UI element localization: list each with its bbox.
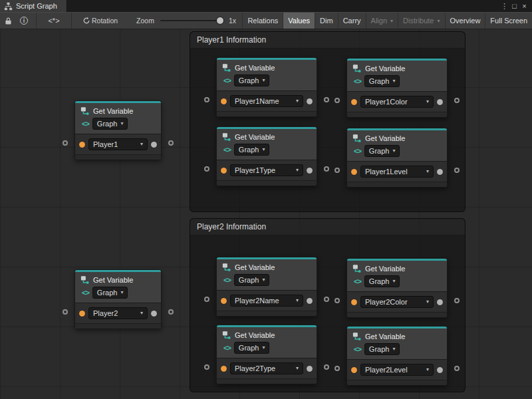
get-variable-node-player2name[interactable]: Get Variable<>Graph▾Player2Name▾ xyxy=(216,257,317,317)
variable-input-port[interactable] xyxy=(221,366,227,372)
toolbar-button-full-screen[interactable]: Full Screen xyxy=(485,13,532,29)
variable-name-dropdown[interactable]: Player2Color▾ xyxy=(360,296,434,308)
outer-output-port[interactable] xyxy=(454,298,460,303)
variable-input-port[interactable] xyxy=(221,98,227,104)
outer-input-port[interactable] xyxy=(204,364,209,370)
node-port-row: Player1Level▾ xyxy=(347,161,447,182)
outer-input-port[interactable] xyxy=(334,298,340,303)
window-menu-icon[interactable]: ⋮ xyxy=(499,0,509,12)
scope-dropdown[interactable]: Graph▾ xyxy=(234,144,270,156)
dropdown-caret-icon: ▾ xyxy=(438,18,440,24)
get-variable-node-player2color[interactable]: Get Variable<>Graph▾Player2Color▾ xyxy=(346,258,448,318)
zoom-slider[interactable] xyxy=(160,16,224,25)
scope-dropdown[interactable]: Graph▾ xyxy=(364,343,400,355)
toolbar-button-overview[interactable]: Overview xyxy=(445,13,485,29)
value-output-port[interactable] xyxy=(307,298,313,304)
outer-output-port[interactable] xyxy=(454,168,460,173)
toolbar-button-dim[interactable]: Dim xyxy=(315,13,338,29)
get-variable-node-player2type[interactable]: Get Variable<>Graph▾Player2Type▾ xyxy=(216,325,317,384)
scope-dropdown[interactable]: Graph▾ xyxy=(364,275,400,287)
info-glyph: i xyxy=(20,17,28,25)
node-title: Get Variable xyxy=(365,265,405,273)
info-icon[interactable]: i xyxy=(16,13,32,29)
outer-input-port[interactable] xyxy=(204,166,209,172)
value-output-port[interactable] xyxy=(437,169,443,175)
scope-dropdown[interactable]: Graph▾ xyxy=(364,75,400,87)
rotation-icon xyxy=(81,13,92,29)
outer-input-port[interactable] xyxy=(334,168,340,173)
value-output-port[interactable] xyxy=(307,366,313,372)
variable-name-dropdown[interactable]: Player1Color▾ xyxy=(360,96,434,108)
outer-input-port[interactable] xyxy=(204,297,209,302)
graph-code-icon: <> xyxy=(223,146,231,154)
get-variable-node-player1color[interactable]: Get Variable<>Graph▾Player1Color▾ xyxy=(346,58,448,118)
variable-name-label: Player1 xyxy=(93,140,118,149)
outer-input-port[interactable] xyxy=(204,97,209,102)
value-output-port[interactable] xyxy=(151,311,157,317)
variable-name-label: Player2Name xyxy=(235,296,279,305)
scope-dropdown[interactable]: Graph▾ xyxy=(234,274,270,286)
outer-output-port[interactable] xyxy=(324,97,329,102)
variable-name-dropdown[interactable]: Player2Level▾ xyxy=(360,364,434,376)
variable-input-port[interactable] xyxy=(79,311,85,317)
get-variable-node-player1level[interactable]: Get Variable<>Graph▾Player1Level▾ xyxy=(346,128,448,188)
caret-icon: ▾ xyxy=(296,166,299,175)
toolbar-button-carry[interactable]: Carry xyxy=(338,13,366,29)
outer-output-port[interactable] xyxy=(454,98,460,103)
maximize-icon[interactable]: □ xyxy=(509,0,519,12)
variable-input-port[interactable] xyxy=(79,142,85,148)
get-variable-node-player1type[interactable]: Get Variable<>Graph▾Player1Type▾ xyxy=(216,126,317,186)
close-icon[interactable]: × xyxy=(519,0,529,12)
code-preview-toggle[interactable]: <*> xyxy=(37,13,71,29)
caret-icon: ▾ xyxy=(392,146,395,156)
outer-output-port[interactable] xyxy=(168,140,174,146)
get-variable-node-player1[interactable]: Get Variable<>Graph▾Player1▾ xyxy=(74,100,162,160)
outer-input-port[interactable] xyxy=(63,140,68,146)
variable-name-dropdown[interactable]: Player1Level▾ xyxy=(360,166,434,178)
get-variable-node-player2level[interactable]: Get Variable<>Graph▾Player2Level▾ xyxy=(346,326,448,386)
outer-output-port[interactable] xyxy=(324,297,329,302)
variable-input-port[interactable] xyxy=(351,169,357,175)
variable-name-dropdown[interactable]: Player1Name▾ xyxy=(230,95,303,107)
variable-name-label: Player1Color xyxy=(365,97,408,106)
variable-name-dropdown[interactable]: Player1▾ xyxy=(88,138,148,150)
outer-input-port[interactable] xyxy=(334,98,340,103)
lock-icon[interactable] xyxy=(0,13,16,29)
node-port-row: Player1▾ xyxy=(75,134,161,154)
outer-output-port[interactable] xyxy=(168,309,174,315)
zoom-slider-knob[interactable] xyxy=(217,17,223,24)
graph-canvas[interactable]: Player1 InformationPlayer2 InformationGe… xyxy=(0,29,532,399)
variable-name-dropdown[interactable]: Player2Name▾ xyxy=(230,295,303,307)
scope-dropdown[interactable]: Graph▾ xyxy=(92,287,128,299)
variable-input-port[interactable] xyxy=(221,168,227,174)
toolbar-button-values[interactable]: Values xyxy=(283,13,315,29)
get-variable-node-player1name[interactable]: Get Variable<>Graph▾Player1Name▾ xyxy=(216,57,317,117)
outer-output-port[interactable] xyxy=(454,366,460,371)
scope-dropdown[interactable]: Graph▾ xyxy=(234,74,270,86)
value-output-port[interactable] xyxy=(307,168,313,174)
value-output-port[interactable] xyxy=(307,98,313,104)
variable-name-dropdown[interactable]: Player2Type▾ xyxy=(230,362,303,374)
node-footer xyxy=(347,312,447,317)
scope-dropdown[interactable]: Graph▾ xyxy=(92,118,128,130)
get-variable-node-player2[interactable]: Get Variable<>Graph▾Player2▾ xyxy=(74,269,162,329)
variable-name-dropdown[interactable]: Player2▾ xyxy=(88,307,148,319)
value-output-port[interactable] xyxy=(437,299,443,305)
outer-output-port[interactable] xyxy=(324,364,329,370)
variable-name-dropdown[interactable]: Player1Type▾ xyxy=(230,164,303,176)
value-output-port[interactable] xyxy=(437,367,443,373)
toolbar-button-relations[interactable]: Relations xyxy=(242,13,283,29)
tab-script-graph[interactable]: Script Graph xyxy=(0,0,67,12)
scope-dropdown[interactable]: Graph▾ xyxy=(234,342,270,354)
outer-input-port[interactable] xyxy=(63,309,68,315)
value-output-port[interactable] xyxy=(437,99,443,105)
variable-input-port[interactable] xyxy=(351,99,357,105)
outer-output-port[interactable] xyxy=(324,166,329,172)
outer-input-port[interactable] xyxy=(334,366,340,371)
variable-input-port[interactable] xyxy=(351,299,357,305)
scope-dropdown[interactable]: Graph▾ xyxy=(364,145,400,157)
variable-input-port[interactable] xyxy=(351,367,357,373)
value-output-port[interactable] xyxy=(151,142,157,148)
variable-input-port[interactable] xyxy=(221,298,227,304)
node-scope-row: <>Graph▾ xyxy=(347,274,447,291)
